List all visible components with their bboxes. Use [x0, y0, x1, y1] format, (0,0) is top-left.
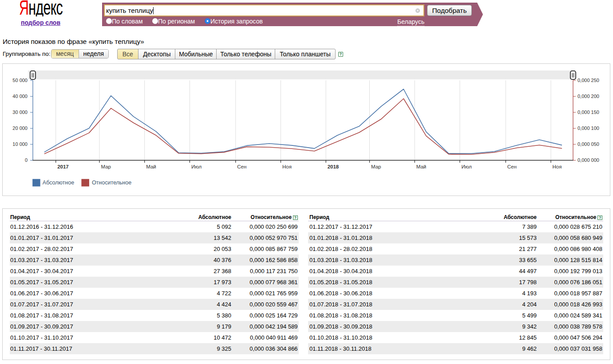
- svg-text:Июл: Июл: [191, 164, 202, 169]
- svg-text:Абсолютное: Абсолютное: [43, 180, 74, 186]
- svg-text:Мар: Мар: [101, 164, 111, 169]
- svg-text:0,000 200: 0,000 200: [577, 94, 599, 99]
- svg-text:0,000 100: 0,000 100: [577, 125, 599, 131]
- svg-text:Ноя: Ноя: [282, 164, 292, 169]
- svg-text:Ноя: Ноя: [553, 164, 562, 169]
- svg-text:Июл: Июл: [461, 164, 471, 169]
- svg-text:10 000: 10 000: [12, 141, 28, 147]
- svg-text:2018: 2018: [328, 164, 339, 169]
- svg-text:Сен: Сен: [507, 164, 517, 169]
- svg-text:Относительное: Относительное: [92, 180, 131, 186]
- svg-text:50 000: 50 000: [12, 78, 28, 83]
- svg-text:0,000 150: 0,000 150: [577, 110, 599, 115]
- svg-text:2017: 2017: [57, 164, 69, 169]
- svg-text:0: 0: [25, 157, 28, 163]
- svg-text:0,000 050: 0,000 050: [577, 141, 599, 147]
- svg-text:40 000: 40 000: [12, 94, 28, 99]
- svg-text:Сен: Сен: [237, 164, 246, 169]
- svg-text:0,000 250: 0,000 250: [577, 78, 599, 83]
- svg-text:30 000: 30 000: [12, 110, 28, 115]
- svg-text:Май: Май: [416, 164, 427, 169]
- svg-text:Мар: Мар: [371, 164, 381, 169]
- svg-text:Май: Май: [146, 164, 156, 169]
- svg-text:0,000 000: 0,000 000: [577, 157, 599, 163]
- svg-text:20 000: 20 000: [12, 125, 28, 131]
